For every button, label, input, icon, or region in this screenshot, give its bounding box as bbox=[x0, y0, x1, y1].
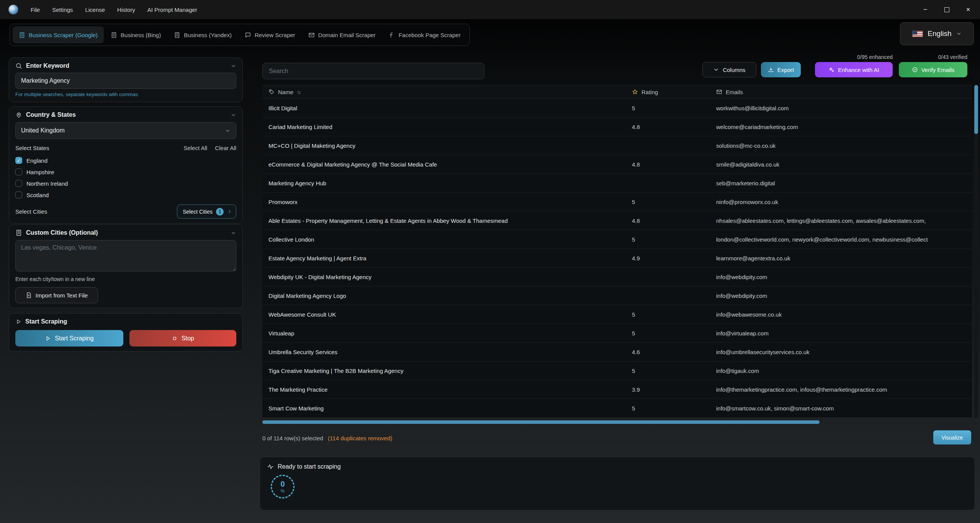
window-controls: − × bbox=[920, 5, 973, 15]
country-select[interactable]: United Kingdom bbox=[15, 122, 236, 139]
sort-icon[interactable]: ↑↓ bbox=[297, 89, 300, 95]
export-button[interactable]: Export bbox=[761, 62, 801, 77]
checkbox-icon: ✓ bbox=[15, 157, 22, 164]
clear-all-link[interactable]: Clear All bbox=[215, 145, 236, 151]
verify-emails-button[interactable]: Verify Emails bbox=[899, 62, 967, 77]
export-button-label: Export bbox=[777, 67, 794, 73]
cell-name: Digital Marketing Agency Logo bbox=[262, 293, 632, 299]
table-row[interactable]: Cariad Marketing Limited4.8welcome@caria… bbox=[262, 118, 972, 136]
table-row[interactable]: Digital Marketing Agency Logoinfo@webdip… bbox=[262, 286, 972, 305]
cell-emails: info@virtualeap.com bbox=[716, 330, 972, 337]
table-row[interactable]: eCommerce & Digital Marketing Agency @ T… bbox=[262, 155, 972, 174]
column-header-name[interactable]: Name ↑↓ bbox=[262, 89, 632, 95]
map-pin-icon bbox=[15, 111, 22, 118]
cell-emails: info@webawesome.co.uk bbox=[716, 311, 972, 318]
tab-domain-email-scraper[interactable]: Domain Email Scraper bbox=[302, 26, 382, 43]
envelope-icon bbox=[716, 89, 722, 95]
building-icon bbox=[174, 32, 180, 38]
cell-emails: ninfo@promoworx.co.uk bbox=[716, 199, 972, 205]
search-input[interactable] bbox=[262, 63, 484, 79]
table-row[interactable]: Smart Cow Marketing5info@smartcow.co.uk,… bbox=[262, 399, 972, 418]
menu-license[interactable]: License bbox=[85, 7, 105, 13]
column-label-name: Name bbox=[278, 89, 293, 95]
stop-button[interactable]: Stop bbox=[129, 330, 236, 346]
tab-review-scraper[interactable]: Review Scraper bbox=[239, 26, 301, 43]
cell-rating: 4.9 bbox=[632, 255, 716, 262]
start-scraping-button[interactable]: Start Scraping bbox=[15, 330, 123, 346]
cell-emails: info@smartcow.co.uk, simon@smart-cow.com bbox=[716, 405, 972, 412]
tab-business-bing[interactable]: Business (Bing) bbox=[105, 26, 167, 43]
table-row[interactable]: Estate Agency Marketing | Agent Extra4.9… bbox=[262, 249, 972, 268]
keyword-panel-header[interactable]: Enter Keyword bbox=[15, 62, 236, 69]
column-header-emails[interactable]: Emails bbox=[716, 89, 972, 95]
keyword-input[interactable] bbox=[15, 73, 236, 89]
column-header-rating[interactable]: Rating bbox=[632, 89, 716, 95]
state-checkbox-england[interactable]: ✓ England bbox=[15, 155, 236, 166]
state-checkbox-hampshire[interactable]: Hampshire bbox=[15, 166, 236, 178]
import-text-file-button[interactable]: Import from Text File bbox=[15, 287, 98, 303]
play-icon bbox=[45, 335, 51, 342]
table-row[interactable]: MC+CO | Digital Maketing Agencysolutions… bbox=[262, 136, 972, 155]
tab-facebook-page-scraper[interactable]: Facebook Page Scraper bbox=[383, 26, 467, 43]
table-row[interactable]: Tiga Creative Marketing | The B2B Market… bbox=[262, 361, 972, 380]
cell-rating: 4.8 bbox=[632, 217, 716, 224]
minimize-icon[interactable]: − bbox=[920, 5, 930, 15]
state-checkbox-northern-ireland[interactable]: Northern Ireland bbox=[15, 178, 236, 189]
close-icon[interactable]: × bbox=[963, 5, 973, 15]
cell-emails: london@collectiveworld.com, newyork@coll… bbox=[716, 236, 972, 243]
check-circle-icon bbox=[912, 67, 918, 73]
custom-cities-panel: Custom Cities (Optional) Enter each city… bbox=[9, 224, 243, 308]
cell-emails: info@webdipity.com bbox=[716, 293, 972, 299]
table-row[interactable]: The Marketing Practice3.9info@themarketi… bbox=[262, 380, 972, 399]
progress-value: 0 bbox=[280, 480, 285, 488]
visualize-button[interactable]: Visualize bbox=[933, 430, 971, 445]
menu-file[interactable]: File bbox=[31, 7, 40, 13]
cell-name: Tiga Creative Marketing | The B2B Market… bbox=[262, 368, 632, 374]
table-row[interactable]: Marketing Agency Hubseb@marketerio.digit… bbox=[262, 174, 972, 193]
custom-cities-textarea[interactable] bbox=[15, 240, 236, 271]
cell-emails: smile@adigitaldiva.co.uk bbox=[716, 161, 972, 168]
table-row[interactable]: WebAwesome Consult UK5info@webawesome.co… bbox=[262, 305, 972, 324]
enhance-with-ai-button[interactable]: Enhance with AI bbox=[815, 62, 893, 77]
cell-name: Marketing Agency Hub bbox=[262, 180, 632, 186]
table-row[interactable]: Collective London5london@collectiveworld… bbox=[262, 230, 972, 249]
state-checkbox-scotland[interactable]: Scotland bbox=[15, 189, 236, 201]
status-message: Ready to start scraping bbox=[278, 463, 341, 470]
location-panel-header[interactable]: Country & States bbox=[15, 111, 236, 118]
custom-cities-hint: Enter each city/town in a new line bbox=[15, 276, 236, 282]
cities-count-badge: 1 bbox=[216, 208, 224, 216]
tab-label: Facebook Page Scraper bbox=[399, 32, 461, 38]
vertical-scrollbar-thumb[interactable] bbox=[974, 85, 978, 134]
table-body: Illicit Digital5workwithus@illicitdigita… bbox=[262, 99, 972, 418]
menu-ai-prompt-manager[interactable]: AI Prompt Manager bbox=[147, 7, 197, 13]
keyword-panel-title: Enter Keyword bbox=[26, 62, 69, 69]
horizontal-scrollbar-thumb[interactable] bbox=[262, 420, 820, 424]
table-row[interactable]: Virtualeap5info@virtualeap.com bbox=[262, 324, 972, 343]
columns-button[interactable]: Columns bbox=[702, 62, 756, 77]
vertical-scrollbar[interactable] bbox=[974, 85, 978, 418]
star-icon bbox=[632, 89, 638, 95]
maximize-icon[interactable] bbox=[942, 5, 952, 15]
download-icon bbox=[768, 67, 774, 73]
table-row[interactable]: Promoworx5ninfo@promoworx.co.uk bbox=[262, 193, 972, 211]
table-row[interactable]: Umbrella Security Services4.6info@umbrel… bbox=[262, 343, 972, 361]
column-label-emails: Emails bbox=[726, 89, 743, 95]
table-row[interactable]: Webdipity UK - Digital Marketing Agencyi… bbox=[262, 268, 972, 286]
select-all-link[interactable]: Select All bbox=[183, 145, 207, 151]
language-selector[interactable]: English bbox=[900, 22, 974, 45]
table-row[interactable]: Able Estates - Property Management, Lett… bbox=[262, 211, 972, 230]
chevron-down-icon bbox=[231, 63, 236, 69]
custom-cities-header[interactable]: Custom Cities (Optional) bbox=[15, 229, 236, 236]
stop-icon bbox=[172, 335, 178, 342]
select-cities-button[interactable]: Select Cities 1 bbox=[177, 204, 236, 219]
select-cities-button-label: Select Cities bbox=[183, 209, 213, 215]
table-row[interactable]: Illicit Digital5workwithus@illicitdigita… bbox=[262, 99, 972, 118]
cell-name: Umbrella Security Services bbox=[262, 349, 632, 355]
table-header: Name ↑↓ Rating Emails bbox=[262, 85, 972, 99]
tab-label: Business (Yandex) bbox=[184, 32, 232, 38]
tab-business-yandex[interactable]: Business (Yandex) bbox=[168, 26, 238, 43]
menu-history[interactable]: History bbox=[117, 7, 135, 13]
cell-emails: seb@marketerio.digital bbox=[716, 180, 972, 186]
menu-settings[interactable]: Settings bbox=[52, 7, 73, 13]
tab-business-scraper-google[interactable]: Business Scraper (Google) bbox=[13, 26, 104, 43]
